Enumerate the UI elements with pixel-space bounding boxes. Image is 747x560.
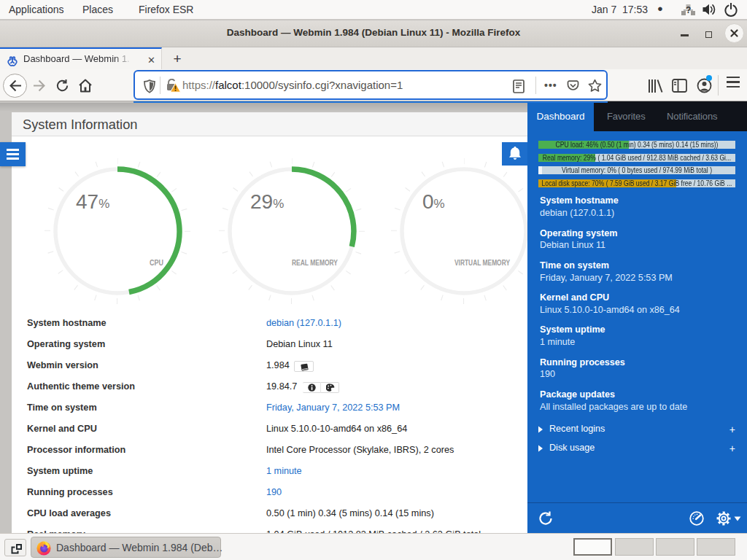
svg-text:?: ? xyxy=(686,5,691,15)
svg-text:VIRTUAL MEMORY: VIRTUAL MEMORY xyxy=(454,258,510,267)
svg-text:47%: 47% xyxy=(76,190,109,213)
svg-text:0%: 0% xyxy=(422,190,445,213)
svg-text:CPU: CPU xyxy=(150,258,163,267)
svg-text:REAL MEMORY: REAL MEMORY xyxy=(292,258,338,267)
svg-text:29%: 29% xyxy=(250,190,284,213)
